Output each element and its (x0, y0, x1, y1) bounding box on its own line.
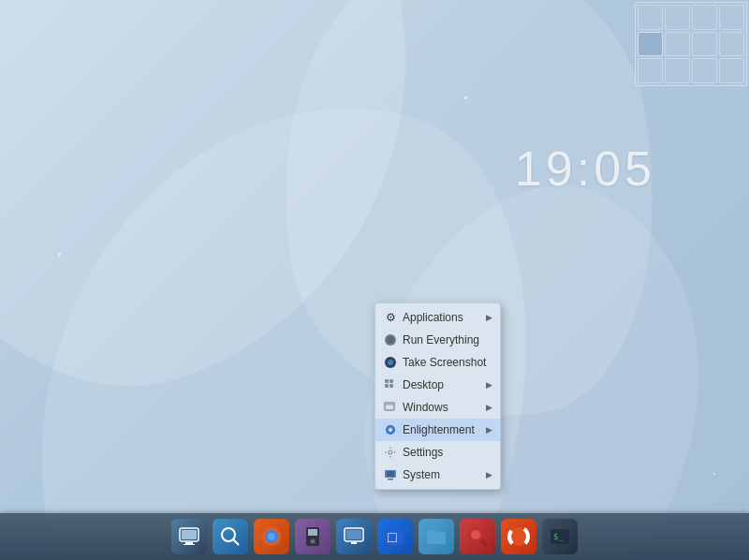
menu-item-system[interactable]: System ▶ (375, 464, 500, 486)
desktop-arrow: ▶ (486, 380, 492, 390)
svg-point-13 (389, 450, 392, 454)
taskbar-icon-computer[interactable] (171, 519, 207, 554)
menu-item-run-everything[interactable]: Run Everything (375, 329, 500, 351)
applications-label: Applications (403, 311, 482, 324)
svg-rect-27 (308, 529, 317, 536)
context-menu: ⚙ Applications ▶ Run Everything Take S (374, 302, 501, 490)
grid-cell-4[interactable] (719, 5, 744, 30)
windows-icon (383, 400, 398, 415)
star-1 (464, 96, 467, 99)
settings-label: Settings (403, 446, 492, 459)
grid-cell-8[interactable] (719, 32, 744, 57)
svg-rect-18 (182, 530, 197, 539)
svg-point-25 (268, 533, 275, 540)
svg-point-3 (388, 360, 393, 365)
svg-point-40 (515, 533, 522, 540)
desktop-icon (383, 377, 398, 392)
watermark: words.com (711, 500, 747, 508)
svg-point-29 (312, 540, 315, 543)
svg-point-36 (471, 530, 480, 539)
enlightenment-icon (383, 422, 398, 437)
grid-cell-12[interactable] (719, 58, 744, 83)
svg-rect-7 (389, 384, 393, 388)
svg-point-1 (387, 336, 394, 344)
system-label: System (403, 468, 482, 481)
svg-rect-4 (385, 379, 389, 383)
menu-item-windows[interactable]: Windows ▶ (375, 396, 500, 419)
svg-rect-15 (388, 479, 393, 480)
grid-cell-6[interactable] (665, 32, 690, 57)
grid-cell-1[interactable] (638, 5, 663, 30)
svg-rect-32 (351, 542, 357, 544)
svg-text:□: □ (388, 529, 397, 545)
svg-point-21 (222, 528, 235, 541)
grid-cell-9[interactable] (638, 58, 663, 83)
grid-cell-2[interactable] (665, 5, 690, 30)
star-2 (58, 253, 61, 256)
taskbar-icon-magnifier[interactable] (460, 519, 495, 554)
system-icon (383, 467, 398, 482)
svg-rect-19 (185, 542, 193, 544)
menu-item-enlightenment[interactable]: Enlightenment ▶ (375, 419, 500, 441)
svg-text:$_: $_ (553, 532, 564, 541)
grid-cell-7[interactable] (692, 32, 717, 57)
menu-item-take-screenshot[interactable]: Take Screenshot (375, 351, 500, 374)
grid-cell-5[interactable] (638, 32, 663, 57)
grid-cell-3[interactable] (692, 5, 717, 30)
grid-widget[interactable] (635, 2, 747, 86)
svg-line-37 (481, 540, 487, 546)
menu-item-desktop[interactable]: Desktop ▶ (375, 374, 500, 396)
taskbar-icon-music[interactable] (295, 519, 330, 554)
applications-arrow: ▶ (486, 313, 492, 322)
take-screenshot-label: Take Screenshot (403, 356, 492, 369)
taskbar-icon-lifesaver[interactable] (501, 519, 536, 554)
taskbar-icon-vm[interactable]: □ (377, 519, 413, 554)
grid-cell-10[interactable] (665, 58, 690, 83)
menu-item-settings[interactable]: Settings (375, 441, 500, 464)
desktop-label: Desktop (403, 378, 482, 391)
grid-cell-11[interactable] (692, 58, 717, 83)
svg-line-22 (233, 539, 239, 545)
svg-rect-16 (387, 471, 394, 477)
enlightenment-arrow: ▶ (486, 425, 492, 435)
svg-rect-8 (385, 403, 394, 410)
run-everything-icon (383, 332, 398, 347)
run-everything-label: Run Everything (403, 333, 492, 346)
clock: 19:05 (515, 140, 655, 197)
settings-icon (383, 445, 398, 460)
taskbar: □ (0, 513, 749, 560)
taskbar-icon-search[interactable] (213, 519, 248, 554)
svg-rect-31 (346, 530, 361, 539)
desktop: 19:05 ⚙ Applications ▶ Run Everything (0, 0, 749, 560)
take-screenshot-icon (383, 355, 398, 370)
taskbar-icon-terminal[interactable]: $_ (542, 519, 578, 554)
enlightenment-label: Enlightenment (403, 423, 482, 436)
taskbar-icon-browser[interactable] (254, 519, 289, 554)
svg-rect-20 (184, 544, 195, 545)
star-3 (713, 473, 715, 475)
svg-rect-6 (385, 384, 389, 388)
menu-item-applications[interactable]: ⚙ Applications ▶ (375, 306, 500, 329)
svg-rect-5 (389, 379, 393, 383)
windows-arrow: ▶ (486, 403, 492, 412)
taskbar-icon-display[interactable] (336, 519, 372, 554)
svg-point-12 (389, 429, 392, 432)
system-arrow: ▶ (486, 470, 492, 479)
windows-label: Windows (403, 401, 482, 414)
applications-icon: ⚙ (383, 310, 398, 325)
taskbar-icon-folder[interactable] (419, 519, 454, 554)
